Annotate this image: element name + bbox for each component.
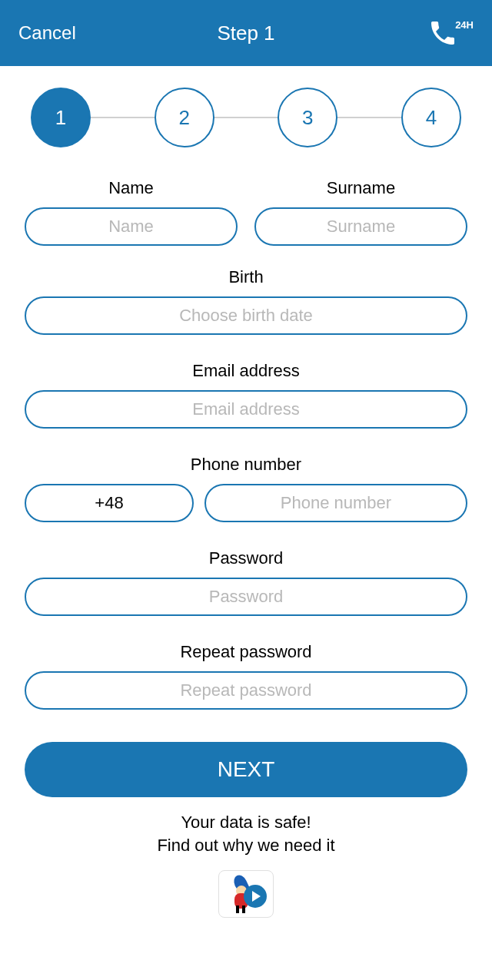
surname-input[interactable] <box>254 207 467 246</box>
next-button[interactable]: NEXT <box>25 742 467 797</box>
phone-badge: 24H <box>455 19 474 31</box>
repeat-password-input[interactable] <box>25 671 467 710</box>
step-4[interactable]: 4 <box>401 88 461 147</box>
step-1[interactable]: 1 <box>31 88 91 147</box>
password-label: Password <box>25 548 467 568</box>
phone-support-button[interactable]: 24H <box>427 18 474 48</box>
footer-line-1: Your data is safe! <box>0 811 492 834</box>
email-input[interactable] <box>25 390 467 429</box>
info-video-button[interactable] <box>218 870 274 918</box>
footer-info: Your data is safe! Find out why we need … <box>0 811 492 856</box>
repeat-password-label: Repeat password <box>25 642 467 662</box>
registration-form: Name Surname Birth Email address Phone n… <box>0 163 492 710</box>
name-input[interactable] <box>25 207 238 246</box>
phone-label: Phone number <box>25 455 467 475</box>
name-label: Name <box>25 178 238 198</box>
footer-line-2: Find out why we need it <box>0 834 492 857</box>
step-2[interactable]: 2 <box>155 88 214 147</box>
surname-label: Surname <box>254 178 467 198</box>
birth-label: Birth <box>25 267 467 287</box>
step-connector <box>214 117 278 118</box>
birth-input[interactable] <box>25 296 467 335</box>
phone-number-input[interactable] <box>204 484 467 522</box>
phone-prefix-input[interactable] <box>25 484 194 522</box>
header: Cancel Step 1 24H <box>0 0 492 66</box>
phone-icon <box>427 18 458 48</box>
cancel-button[interactable]: Cancel <box>18 22 76 44</box>
page-title: Step 1 <box>217 22 274 45</box>
step-indicator: 1 2 3 4 <box>0 66 492 163</box>
step-3[interactable]: 3 <box>278 88 337 147</box>
step-connector <box>337 117 401 118</box>
step-connector <box>91 117 155 118</box>
password-input[interactable] <box>25 578 467 616</box>
email-label: Email address <box>25 361 467 381</box>
